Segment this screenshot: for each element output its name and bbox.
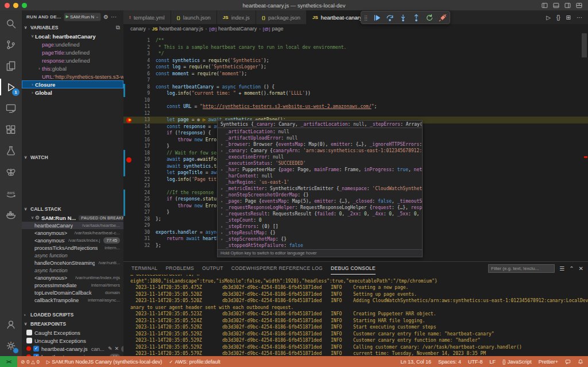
variables-section-header[interactable]: ∨VARIABLES⧉ (22, 23, 123, 32)
run-and-debug-icon[interactable]: 1 (0, 76, 22, 98)
remote-indicator[interactable]: >< (0, 356, 17, 367)
status-spaces-4[interactable]: Spaces: 4 (435, 356, 465, 367)
hover-property-row[interactable]: _stepCount: 0 (218, 217, 422, 223)
code-line-12[interactable]: 12 (123, 110, 588, 117)
call-stack-frame[interactable]: <anonymous>/var/runtime/index.mjs (22, 274, 123, 281)
edit-breakpoint-icon[interactable]: ✎ (108, 346, 113, 351)
testing-icon[interactable] (0, 140, 22, 161)
hover-property-row[interactable]: ›_browser: Browser {eventsMap: Map(0), e… (218, 141, 422, 148)
settings-icon[interactable] (0, 335, 22, 356)
bell-icon[interactable] (574, 356, 588, 367)
code-line-3[interactable]: 3 */ (123, 51, 588, 57)
code-line-2[interactable]: 2 * This is a sample heartbeat canary to… (123, 44, 588, 51)
aws-profile-status[interactable]: ✓ AWS: profile:default (165, 356, 223, 367)
hover-property-row[interactable]: ›_canary: Canary {canaryArn: 'arn:aws:sy… (218, 148, 422, 154)
close-window-button[interactable] (5, 3, 10, 8)
code-line-7[interactable]: 7 (123, 77, 588, 84)
panel-tab-problems[interactable]: PROBLEMS (165, 262, 194, 275)
hover-property-row[interactable]: ›_metricEmitter: SyntheticsMetricEmitter… (218, 186, 422, 192)
toggle-sidebar-icon[interactable] (541, 2, 548, 9)
hover-property-row[interactable]: ›_nonStepScreenshotOrderMap: {} (218, 192, 422, 198)
close-panel-icon[interactable]: ✕ (579, 265, 583, 272)
call-stack-section-header[interactable]: ∨CALL STACK (22, 204, 123, 214)
breakpoint-row[interactable]: Caught Exceptions (22, 329, 123, 337)
call-stack-frame[interactable]: <anonymous>/var/task/heartbeat-c... (22, 229, 123, 237)
drag-handle-icon[interactable]: ⣿ (364, 15, 368, 21)
explorer-icon[interactable] (0, 55, 22, 76)
hover-property-row[interactable]: ›_page: Page {eventsMap: Map(5), emitter… (218, 198, 422, 204)
accounts-icon[interactable] (0, 314, 22, 335)
breadcrumb-item[interactable]: [@]heartbeatCanary (210, 26, 257, 32)
debug-session-row[interactable]: ∨⚙SAM:Run N...PAUSED ON BREAKPOINT (22, 214, 123, 222)
hover-property-row[interactable]: ›_har: PuppeteerHar {page: Page, mainFra… (218, 167, 422, 173)
breakpoint-checkbox[interactable] (26, 330, 32, 335)
status-utf-8[interactable]: UTF-8 (465, 356, 486, 367)
disconnect-button[interactable] (439, 14, 447, 22)
code-line-5[interactable]: 5const log = require('SyntheticsLogger')… (123, 64, 588, 71)
breakpoint-row[interactable]: Uncaught Exceptions (22, 337, 123, 345)
customize-layout-icon[interactable] (576, 2, 582, 9)
code-editor[interactable]: 1/**2 * This is a sample heartbeat canar… (123, 33, 588, 261)
code-line-9[interactable]: 9 log.info("current time: " + moment().f… (123, 90, 588, 97)
restart-button[interactable] (425, 14, 434, 22)
hover-property-row[interactable]: ›_stepScreenshotMap: {} (218, 236, 422, 242)
call-stack-frame[interactable]: processImmediateinternal/timers (22, 281, 123, 289)
debug-config-dropdown[interactable]: ▶ SAM:Run N ⌄ (64, 13, 102, 21)
toggle-secondary-sidebar-icon[interactable] (564, 2, 571, 9)
call-stack-frame[interactable]: async function (22, 252, 123, 259)
step-into-button[interactable] (399, 14, 407, 22)
variable-row[interactable]: pageTitle: undefined (22, 48, 123, 56)
hover-property-row[interactable]: ›_stepResultMap: {} (218, 230, 422, 236)
source-control-icon[interactable] (0, 34, 22, 55)
collapse-all-icon[interactable]: ⧉ (116, 24, 120, 31)
codecatalyst-icon[interactable] (0, 161, 22, 183)
panel-tab-codewhisperer-reference-log[interactable]: CODEWHISPERER REFERENCE LOG (231, 262, 323, 275)
hover-property-row[interactable]: _harRegion: 'us-east-1' (218, 179, 422, 186)
hover-property-row[interactable]: ›_requestsResult: RequestsResult {failed… (218, 211, 422, 217)
call-stack-frame[interactable]: callbackTrampolineinternal/async... (22, 296, 123, 304)
variable-row[interactable]: response: undefined (22, 56, 123, 64)
extensions-icon[interactable] (0, 119, 22, 140)
step-over-button[interactable] (386, 14, 394, 22)
breakpoints-section-header[interactable]: ∨BREAKPOINTS (22, 319, 123, 329)
code-line-10[interactable]: 10 (123, 97, 588, 104)
breakpoint-row[interactable]: ✓heartbeat-canary.jscan...✎✕13 (22, 345, 123, 353)
hover-property-row[interactable]: _executionError: null (218, 154, 422, 160)
breadcrumb-item[interactable]: JSheartbeat-canary.js (152, 26, 203, 32)
more-actions-button[interactable]: ··· (577, 14, 582, 21)
code-line-8[interactable]: 8const heartbeatCanary = async function … (123, 84, 588, 91)
panel-tab-debug-console[interactable]: DEBUG CONSOLE (331, 262, 376, 275)
continue-button[interactable] (373, 14, 381, 22)
hover-property-row[interactable]: _executionStatus: 'SUCCEEDED' (218, 160, 422, 167)
variable-row[interactable]: ∨Local: heartbeatCanary (22, 32, 123, 40)
status-prettier-[interactable]: Prettier+ (535, 356, 562, 367)
loaded-scripts-section-header[interactable]: ›LOADED SCRIPTS (22, 310, 123, 319)
hover-property-row[interactable]: _artifactUploadError: null (218, 135, 422, 141)
code-line-11[interactable]: 11 const URL = "http://synthetics-tester… (123, 103, 588, 110)
call-stack-frame[interactable]: topLevelDomainCallbackdomain (22, 289, 123, 296)
watch-section-header[interactable]: ∨WATCH (22, 153, 123, 162)
hover-property-row[interactable]: _harContent: null (218, 173, 422, 179)
call-stack-frame[interactable]: heartbeatCanary/var/task/heartbe... (22, 222, 123, 229)
step-out-button[interactable] (412, 14, 420, 22)
zoom-window-button[interactable] (22, 3, 27, 8)
hover-property-row[interactable]: ›_requestResponseLogHelper: RequestRespo… (218, 204, 422, 211)
variable-row[interactable]: ›this: global (22, 64, 123, 72)
split-editor-button[interactable]: ⊞ (566, 14, 571, 21)
feedback-icon[interactable] (562, 356, 574, 367)
call-stack-frame[interactable]: async function (22, 266, 123, 274)
tab-index.js[interactable]: JSindex.js (217, 10, 256, 24)
variable-row[interactable]: URL: 'http://synthetics-testers.s3-w… (22, 72, 123, 80)
panel-tab-output[interactable]: OUTPUT (202, 262, 223, 275)
toggle-panel-icon[interactable] (553, 2, 559, 9)
tab-template.yml[interactable]: !template.yml (123, 10, 171, 24)
filter-icon[interactable]: ☰ (559, 265, 564, 272)
run-button[interactable]: ▷ (546, 14, 551, 21)
braces-button[interactable]: {} (556, 14, 560, 21)
breadcrumb-item[interactable]: [@]page (263, 26, 284, 32)
code-line-4[interactable]: 4const synthetics = require('Synthetics'… (123, 57, 588, 64)
status-javascript[interactable]: {}JavaScript (499, 356, 535, 367)
aws-icon[interactable]: aws (0, 183, 22, 204)
call-stack-frame[interactable]: <anonymous>/var/task/index.js77:45 (22, 237, 123, 244)
code-line-6[interactable]: 6const moment = require('moment'); (123, 71, 588, 78)
